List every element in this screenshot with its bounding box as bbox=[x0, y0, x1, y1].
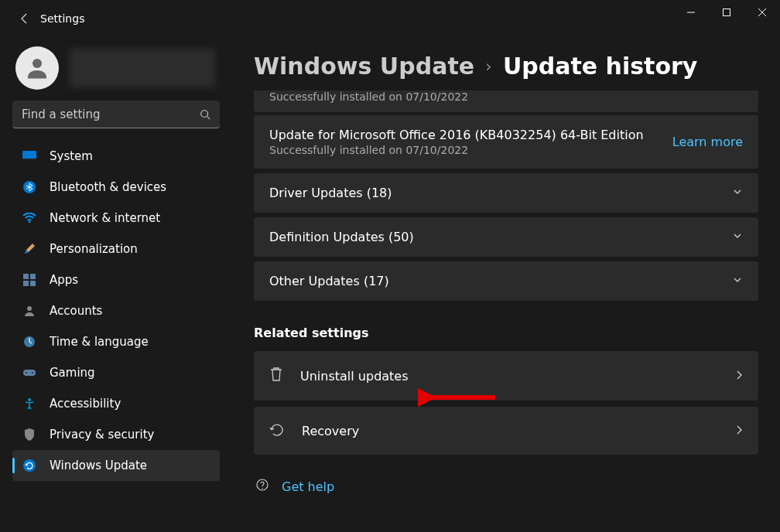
learn-more-link[interactable]: Learn more bbox=[672, 135, 743, 149]
svg-rect-17 bbox=[23, 370, 36, 376]
nav-accessibility[interactable]: Accessibility bbox=[12, 388, 220, 419]
chevron-right-icon: › bbox=[485, 56, 492, 76]
svg-rect-11 bbox=[23, 274, 29, 279]
update-item-truncated: Successfully installed on 07/10/2022 bbox=[254, 90, 758, 112]
search-container bbox=[12, 101, 220, 128]
breadcrumb-parent[interactable]: Windows Update bbox=[254, 53, 474, 80]
chevron-down-icon bbox=[732, 230, 743, 244]
update-title: Update for Microsoft Office 2016 (KB4032… bbox=[269, 128, 644, 142]
group-other-updates[interactable]: Other Updates (17) bbox=[254, 261, 758, 301]
recovery-card[interactable]: Recovery bbox=[254, 407, 758, 455]
nav-label: System bbox=[50, 149, 93, 163]
monitor-icon bbox=[22, 148, 37, 164]
nav-windows-update[interactable]: Windows Update bbox=[12, 450, 220, 481]
group-label: Driver Updates (18) bbox=[269, 186, 392, 200]
recovery-icon bbox=[269, 422, 285, 439]
update-status: Successfully installed on 07/10/2022 bbox=[269, 144, 644, 156]
group-driver-updates[interactable]: Driver Updates (18) bbox=[254, 173, 758, 213]
svg-point-19 bbox=[32, 372, 33, 373]
nav-system[interactable]: System bbox=[12, 141, 220, 172]
setting-label: Uninstall updates bbox=[300, 369, 718, 384]
apps-icon bbox=[22, 272, 37, 288]
update-status: Successfully installed on 07/10/2022 bbox=[269, 90, 743, 103]
person-icon bbox=[23, 54, 51, 82]
group-label: Definition Updates (50) bbox=[269, 230, 414, 244]
svg-rect-14 bbox=[30, 281, 36, 286]
nav-label: Gaming bbox=[50, 366, 95, 380]
user-name-redacted bbox=[70, 49, 215, 87]
nav-label: Windows Update bbox=[50, 459, 147, 472]
svg-rect-8 bbox=[22, 159, 36, 160]
nav-label: Apps bbox=[50, 273, 78, 287]
svg-point-21 bbox=[23, 459, 36, 472]
help-icon bbox=[255, 478, 269, 495]
breadcrumb-current: Update history bbox=[503, 53, 697, 80]
nav-label: Accessibility bbox=[50, 397, 121, 411]
search-input[interactable] bbox=[12, 101, 220, 128]
nav-accounts[interactable]: Accounts bbox=[12, 295, 220, 326]
avatar bbox=[15, 46, 59, 90]
maximize-icon bbox=[723, 9, 730, 16]
setting-label: Recovery bbox=[302, 424, 718, 438]
nav-privacy[interactable]: Privacy & security bbox=[12, 419, 220, 450]
chevron-down-icon bbox=[732, 274, 743, 288]
trash-icon bbox=[269, 367, 283, 385]
chevron-right-icon bbox=[735, 369, 743, 384]
clock-globe-icon bbox=[22, 334, 37, 350]
wifi-icon bbox=[22, 210, 37, 226]
nav-time-language[interactable]: Time & language bbox=[12, 326, 220, 357]
svg-point-23 bbox=[262, 488, 263, 489]
nav-gaming[interactable]: Gaming bbox=[12, 357, 220, 388]
nav-network[interactable]: Network & internet bbox=[12, 203, 220, 234]
svg-point-4 bbox=[32, 59, 42, 68]
gamepad-icon bbox=[22, 365, 37, 380]
close-button[interactable] bbox=[744, 0, 780, 25]
help-link[interactable]: Get help bbox=[282, 479, 334, 494]
nav-label: Network & internet bbox=[50, 211, 160, 225]
brush-icon bbox=[22, 241, 37, 257]
svg-rect-12 bbox=[30, 274, 36, 279]
related-settings-title: Related settings bbox=[254, 326, 758, 340]
svg-rect-13 bbox=[23, 281, 29, 286]
nav-apps[interactable]: Apps bbox=[12, 264, 220, 295]
uninstall-updates-card[interactable]: Uninstall updates bbox=[254, 351, 758, 401]
group-definition-updates[interactable]: Definition Updates (50) bbox=[254, 217, 758, 257]
user-profile[interactable] bbox=[12, 46, 220, 90]
svg-point-18 bbox=[26, 372, 27, 373]
maximize-button[interactable] bbox=[709, 0, 744, 25]
minimize-icon bbox=[687, 9, 695, 16]
update-icon bbox=[22, 458, 37, 473]
account-icon bbox=[22, 303, 37, 319]
nav-label: Accounts bbox=[50, 304, 102, 318]
update-item: Update for Microsoft Office 2016 (KB4032… bbox=[254, 115, 758, 169]
svg-point-15 bbox=[27, 306, 32, 311]
nav-list: System Bluetooth & devices Network & int… bbox=[12, 141, 220, 481]
group-label: Other Updates (17) bbox=[269, 274, 389, 288]
breadcrumb: Windows Update › Update history bbox=[254, 53, 758, 80]
close-icon bbox=[758, 9, 766, 16]
window-title: Settings bbox=[40, 12, 84, 25]
nav-label: Time & language bbox=[50, 335, 149, 349]
back-button[interactable] bbox=[9, 3, 40, 34]
bluetooth-icon bbox=[22, 179, 37, 195]
back-arrow-icon bbox=[19, 12, 31, 25]
chevron-down-icon bbox=[732, 186, 743, 200]
svg-point-20 bbox=[28, 398, 31, 401]
accessibility-icon bbox=[22, 396, 37, 411]
minimize-button[interactable] bbox=[673, 0, 709, 25]
nav-label: Bluetooth & devices bbox=[50, 180, 166, 194]
nav-label: Personalization bbox=[50, 242, 138, 256]
chevron-right-icon bbox=[735, 424, 743, 438]
svg-point-10 bbox=[29, 221, 31, 223]
get-help-row[interactable]: Get help bbox=[254, 478, 758, 495]
nav-label: Privacy & security bbox=[50, 428, 154, 442]
shield-icon bbox=[22, 427, 37, 442]
nav-personalization[interactable]: Personalization bbox=[12, 234, 220, 264]
nav-bluetooth[interactable]: Bluetooth & devices bbox=[12, 172, 220, 203]
svg-rect-1 bbox=[724, 9, 730, 16]
